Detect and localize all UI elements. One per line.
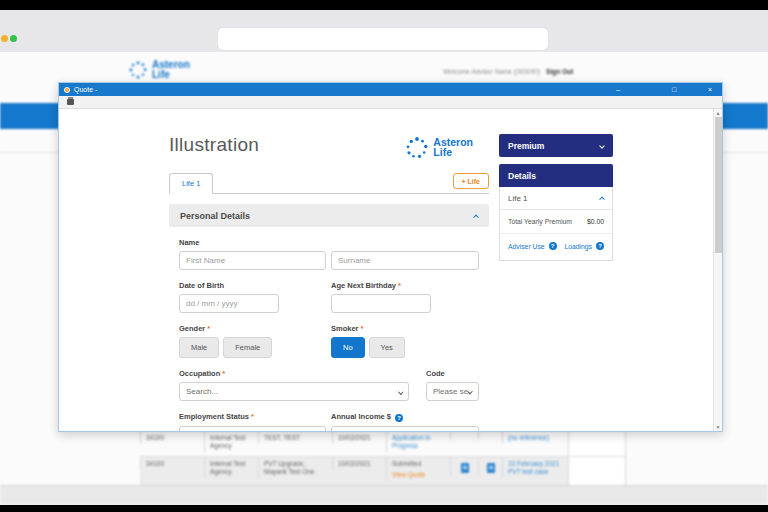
total-premium-value: $0.00: [587, 218, 604, 225]
cell-status-link[interactable]: Application in Progress: [386, 431, 450, 452]
cell-date: 10/02/2021: [332, 457, 386, 470]
document-icon[interactable]: [487, 463, 495, 473]
table-row: 34100 Internal Test Agency PVT Upgrade, …: [140, 456, 626, 486]
required-marker: *: [222, 369, 225, 378]
scrollbar-thumb[interactable]: [715, 117, 722, 253]
cell-empty: [568, 457, 626, 486]
info-icon: ?: [596, 242, 604, 250]
cell-reference-link[interactable]: 10 February 2021 PVT test case: [502, 457, 568, 478]
sidebar-links-row: Adviser Use ? Loadings ?: [500, 234, 612, 260]
quote-window-body: Illustration Asteron: [59, 109, 722, 431]
background-brand-text: Asteron Life: [152, 60, 190, 80]
premium-sidebar: Premium Details Life 1 Total Yearly Prem…: [499, 109, 613, 431]
name-label: Name: [179, 238, 479, 247]
chevron-up-icon: [473, 214, 479, 220]
sign-out-link[interactable]: Sign Out: [546, 68, 573, 75]
modal-scrollbar[interactable]: ▲ ▼: [713, 109, 722, 431]
background-brand: Asteron Life: [128, 60, 190, 80]
personal-details-section-header[interactable]: Personal Details: [169, 204, 489, 227]
brand-line2: Life: [152, 70, 190, 80]
cell-name: TEST, TEST: [258, 431, 332, 444]
occupation-select[interactable]: Search...: [179, 382, 409, 401]
employment-status-label: Employment Status *: [179, 412, 331, 422]
close-button[interactable]: ×: [702, 83, 718, 96]
details-card: Life 1 Total Yearly Premium $0.00 Advise…: [499, 187, 613, 261]
dob-input[interactable]: [179, 294, 279, 313]
age-label: Age Next Birthday *: [331, 281, 479, 290]
premium-panel-header[interactable]: Premium: [499, 134, 613, 157]
loadings-label: Loadings: [564, 243, 592, 250]
scroll-down-icon[interactable]: ▼: [714, 423, 722, 431]
gender-male-button[interactable]: Male: [179, 337, 219, 358]
smoker-no-button[interactable]: No: [331, 337, 365, 358]
gender-female-button[interactable]: Female: [223, 337, 272, 358]
life-tab-bar: Life 1 + Life: [169, 173, 489, 194]
traffic-light-zoom-icon[interactable]: [10, 35, 17, 42]
total-premium-row: Total Yearly Premium $0.00: [500, 210, 612, 234]
chevron-down-icon: [468, 389, 473, 394]
income-label-text: Annual Income $: [331, 412, 391, 421]
scroll-up-icon[interactable]: ▲: [714, 109, 722, 117]
screen: Asteron Life Welcome Adviser Name (00000…: [0, 0, 768, 512]
employment-label-text: Employment Status: [179, 412, 249, 421]
occupation-label: Occupation *: [179, 369, 426, 378]
cell-date: 10/02/2021: [332, 431, 386, 444]
surname-input[interactable]: [331, 251, 479, 270]
quote-window-titlebar: Quote - – □ ×: [59, 83, 722, 96]
address-bar-input[interactable]: [218, 28, 548, 50]
occupation-label-text: Occupation: [179, 369, 220, 378]
quote-window-toolbar: [59, 96, 722, 109]
traffic-light-minimize-icon[interactable]: [1, 35, 8, 42]
cell-icon: [450, 457, 478, 475]
asteron-starburst-icon: [128, 60, 148, 80]
smoker-label-text: Smoker: [331, 324, 359, 333]
gender-label-text: Gender: [179, 324, 205, 333]
required-marker: *: [207, 324, 210, 333]
maximize-button[interactable]: □: [666, 83, 682, 96]
background-quotes-table: 34100 Internal Test Agency TEST, TEST 10…: [140, 430, 626, 486]
cell-icon: [478, 457, 502, 475]
logo-text: Asteron Life: [433, 138, 473, 158]
info-icon[interactable]: ?: [395, 414, 403, 422]
background-welcome: Welcome Adviser Name (000000) Sign Out: [443, 68, 573, 75]
details-life-row[interactable]: Life 1: [500, 187, 612, 210]
adviser-use-link[interactable]: Adviser Use ?: [508, 242, 557, 250]
cell-name: PVT Upgrade, Mayank Test One: [258, 457, 332, 478]
details-panel-header[interactable]: Details: [499, 164, 613, 187]
add-life-button[interactable]: + Life: [453, 173, 489, 189]
annual-income-label: Annual Income $ ?: [331, 412, 479, 422]
required-marker: *: [361, 324, 364, 333]
chevron-down-icon: [398, 389, 403, 394]
tab-life-1[interactable]: Life 1: [169, 173, 213, 194]
document-icon[interactable]: [461, 463, 469, 473]
app-icon: [64, 87, 70, 93]
required-marker: *: [398, 281, 401, 290]
smoker-label: Smoker *: [331, 324, 479, 333]
required-marker: *: [251, 412, 254, 421]
form-column: Illustration Asteron: [169, 109, 489, 431]
personal-details-form: Name Date of Birth Age Next Birthday *: [169, 238, 479, 431]
annual-income-input[interactable]: [331, 426, 479, 431]
smoker-yes-button[interactable]: Yes: [369, 337, 405, 358]
code-select[interactable]: Please select: [426, 382, 479, 401]
cell-empty: [568, 431, 626, 456]
cell-icon: [450, 431, 478, 439]
loadings-link[interactable]: Loadings ?: [564, 242, 604, 250]
employment-status-select[interactable]: Please select: [179, 426, 326, 431]
print-icon[interactable]: [67, 99, 74, 105]
logo-line2: Life: [433, 148, 473, 158]
quote-window: Quote - – □ × Illustration: [58, 82, 723, 432]
cell-status: Submitted View Quote: [386, 457, 450, 481]
minimize-button[interactable]: –: [610, 83, 626, 96]
asteron-life-logo: Asteron Life: [405, 136, 473, 160]
age-next-birthday-input[interactable]: [331, 294, 431, 313]
status-text: Submitted: [392, 460, 446, 468]
page-title: Illustration: [169, 134, 259, 156]
occupation-value: Search...: [186, 387, 218, 396]
cell-reference-link[interactable]: (no reference): [502, 431, 568, 444]
heading-row: Illustration Asteron: [169, 134, 489, 160]
first-name-input[interactable]: [179, 251, 326, 270]
chevron-down-icon: [599, 143, 605, 149]
chevron-up-icon: [599, 197, 605, 203]
view-quote-link[interactable]: View Quote: [392, 471, 446, 479]
